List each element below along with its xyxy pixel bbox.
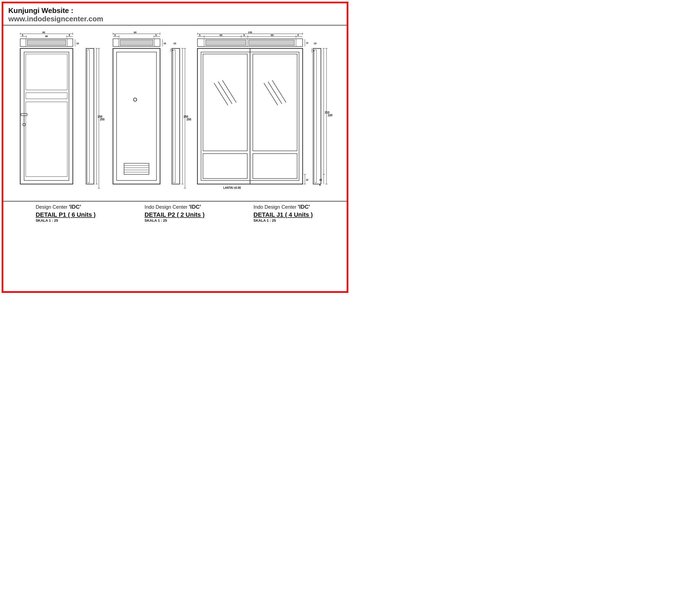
- svg-text:35: 35: [306, 179, 308, 181]
- svg-text:60: 60: [134, 31, 137, 34]
- svg-rect-109: [203, 154, 247, 179]
- svg-rect-17: [20, 48, 73, 184]
- svg-rect-110: [253, 154, 297, 179]
- svg-rect-21: [26, 102, 67, 177]
- door-p2-front: 5 60 5 15: [106, 28, 167, 197]
- svg-rect-52: [117, 52, 156, 180]
- door-p2-side-svg: 5 15 250 255: [169, 28, 191, 197]
- svg-text:15: 15: [76, 42, 79, 45]
- header-url: www.indodesigncenter.com: [8, 15, 342, 23]
- door-j1-side: 15 5 210 220: [310, 28, 338, 199]
- footer-area: Design Center 'IDC' DETAIL P1 ( 6 Units …: [3, 201, 347, 222]
- svg-rect-96: [206, 40, 246, 45]
- svg-text:255: 255: [100, 118, 105, 121]
- svg-rect-51: [113, 48, 160, 184]
- footer-j1-detail: DETAIL J1 ( 4 Units ): [253, 211, 313, 218]
- footer-j1-scale: SKALA 1 : 25: [253, 218, 276, 222]
- svg-rect-26: [87, 50, 90, 183]
- header-visit-label: Kunjungi Website :: [8, 7, 342, 15]
- svg-text:35: 35: [319, 179, 322, 181]
- door-p2-svg: 5 60 5 15: [106, 28, 167, 197]
- svg-rect-19: [26, 54, 67, 90]
- svg-point-53: [134, 98, 137, 101]
- svg-text:15: 15: [306, 41, 308, 44]
- footer-p1: Design Center 'IDC' DETAIL P1 ( 6 Units …: [36, 204, 97, 222]
- svg-rect-20: [26, 93, 67, 99]
- footer-p2-scale: SKALA 1 : 25: [145, 218, 167, 222]
- svg-text:5: 5: [69, 34, 70, 36]
- svg-text:5: 5: [243, 34, 245, 36]
- svg-text:255: 255: [187, 118, 191, 121]
- svg-rect-54: [124, 163, 149, 174]
- door-p1-side-svg: 250 255: [83, 28, 106, 197]
- svg-text:15: 15: [163, 42, 166, 45]
- svg-rect-16: [27, 40, 66, 45]
- door-p2-group: 5 60 5 15: [106, 28, 191, 197]
- svg-text:5: 5: [319, 184, 321, 187]
- door-j1-svg: 5 60 5 60 5 135 15: [192, 28, 308, 199]
- door-p1-group: 5 80 5 90 15: [12, 28, 106, 197]
- svg-rect-97: [249, 40, 294, 45]
- svg-text:60: 60: [219, 34, 222, 36]
- footer-p1-scale: SKALA 1 : 25: [36, 218, 58, 222]
- door-j1-group: 5 60 5 60 5 135 15: [192, 28, 338, 199]
- svg-text:15: 15: [314, 42, 317, 45]
- footer-j1-brand: Indo Design Center 'IDC': [253, 204, 310, 210]
- svg-text:80: 80: [42, 31, 45, 34]
- svg-text:220: 220: [328, 114, 333, 117]
- svg-text:5: 5: [155, 34, 157, 36]
- footer-p2-detail: DETAIL P2 ( 2 Units ): [145, 211, 205, 218]
- footer-p2-brand: Indo Design Center 'IDC': [145, 204, 201, 210]
- svg-rect-18: [24, 52, 69, 180]
- svg-text:60: 60: [271, 34, 274, 36]
- svg-text:LANTAI ±0.00: LANTAI ±0.00: [223, 186, 241, 189]
- footer-j1: Indo Design Center 'IDC' DETAIL J1 ( 4 U…: [253, 204, 314, 222]
- door-j1-front: 5 60 5 60 5 135 15: [192, 28, 308, 199]
- header: Kunjungi Website : www.indodesigncenter.…: [3, 3, 347, 25]
- svg-text:15: 15: [173, 42, 176, 45]
- footer-p1-detail: DETAIL P1 ( 6 Units ): [36, 211, 96, 218]
- door-p1-svg: 5 80 5 90 15: [12, 28, 81, 197]
- svg-rect-101: [203, 54, 247, 151]
- footer-p1-brand: Design Center 'IDC': [36, 204, 81, 210]
- svg-rect-121: [314, 50, 317, 183]
- door-p1-front: 5 80 5 90 15: [12, 28, 81, 197]
- svg-rect-50: [120, 40, 153, 45]
- svg-text:5: 5: [114, 34, 116, 36]
- door-p1-side: 250 255: [83, 28, 106, 197]
- door-j1-side-svg: 15 5 210 220: [310, 28, 338, 199]
- svg-text:135: 135: [248, 31, 252, 34]
- drawings-area: 5 80 5 90 15: [3, 28, 347, 199]
- svg-text:90: 90: [45, 35, 48, 38]
- svg-text:5: 5: [22, 34, 23, 36]
- svg-rect-105: [253, 54, 297, 151]
- footer-p2: Indo Design Center 'IDC' DETAIL P2 ( 2 U…: [145, 204, 205, 222]
- door-p2-side: 5 15 250 255: [169, 28, 191, 197]
- svg-text:5: 5: [199, 34, 200, 36]
- svg-text:5: 5: [297, 34, 299, 36]
- outer-border: Kunjungi Website : www.indodesigncenter.…: [2, 2, 348, 293]
- svg-rect-63: [173, 50, 175, 183]
